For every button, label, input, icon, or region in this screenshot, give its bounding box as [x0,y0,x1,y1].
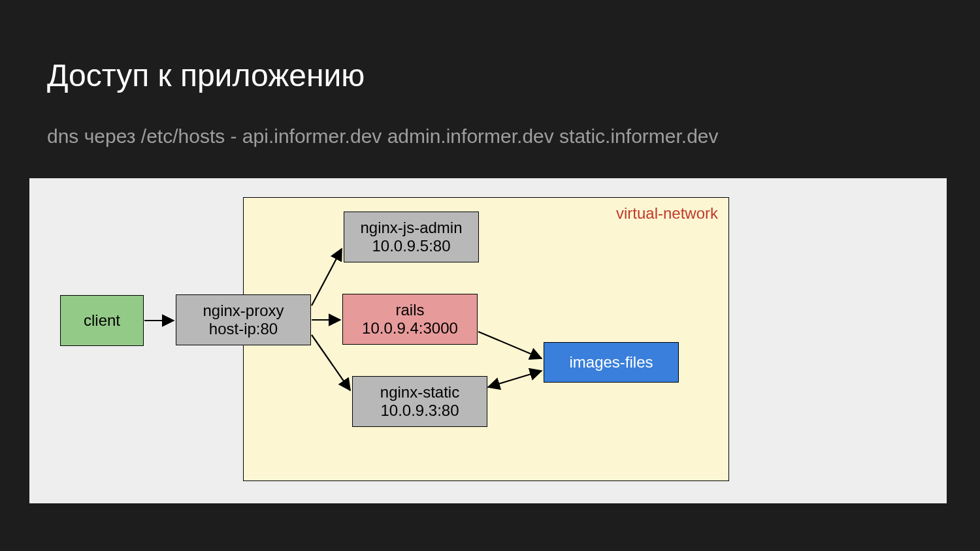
slide-title: Доступ к приложению [47,57,365,93]
node-nginx-js-admin-name: nginx-js-admin [360,219,462,237]
node-nginx-js-admin: nginx-js-admin 10.0.9.5:80 [344,212,479,262]
node-images-files: images-files [544,342,679,383]
node-nginx-proxy: nginx-proxy host-ip:80 [176,294,311,345]
node-rails-name: rails [395,301,424,319]
node-nginx-proxy-addr: host-ip:80 [209,320,278,338]
slide: Доступ к приложению dns через /etc/hosts… [0,0,980,551]
node-rails: rails 10.0.9.4:3000 [342,294,478,345]
node-nginx-static-addr: 10.0.9.3:80 [380,401,459,420]
node-images-files-label: images-files [569,353,653,371]
node-rails-addr: 10.0.9.4:3000 [362,319,458,338]
node-nginx-static-name: nginx-static [380,383,459,401]
node-nginx-js-admin-addr: 10.0.9.5:80 [372,237,450,255]
node-client-label: client [84,311,120,330]
diagram-canvas: virtual-network client nginx-proxy host-… [29,178,947,503]
slide-subtitle: dns через /etc/hosts - api.informer.dev … [47,125,719,148]
virtual-network-container: virtual-network [243,197,729,481]
virtual-network-label: virtual-network [616,204,718,223]
node-nginx-static: nginx-static 10.0.9.3:80 [352,376,487,427]
node-client: client [60,295,144,346]
node-nginx-proxy-name: nginx-proxy [203,302,284,320]
